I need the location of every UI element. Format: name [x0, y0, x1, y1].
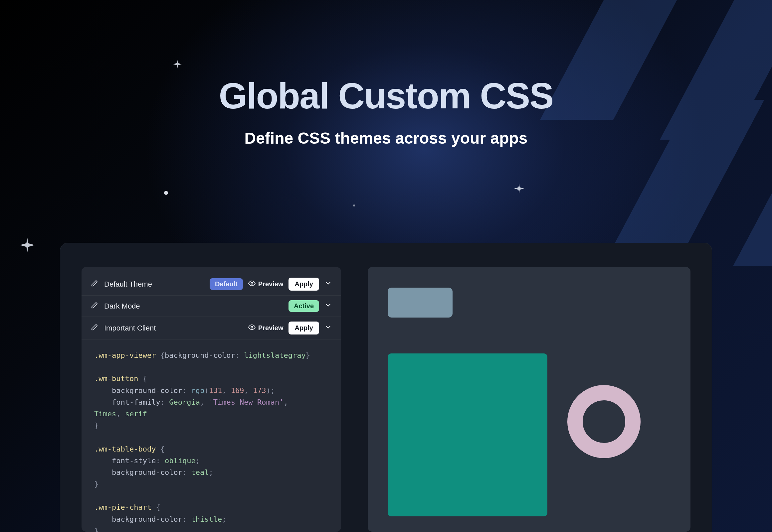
active-badge: Active — [289, 300, 319, 312]
sparkle-icon — [20, 238, 35, 252]
decorative-dot — [353, 204, 355, 206]
apply-button[interactable]: Apply — [289, 322, 319, 334]
pencil-icon[interactable] — [91, 324, 98, 333]
content-card: Default ThemeDefaultPreviewApplyDark Mod… — [60, 243, 712, 532]
theme-name: Default Theme — [104, 280, 152, 289]
theme-row-left: Important Client — [91, 324, 156, 333]
preview-label: Preview — [258, 324, 284, 332]
theme-row-left: Default Theme — [91, 280, 152, 289]
preview-button-swatch — [388, 288, 452, 318]
decorative-dot — [164, 191, 168, 195]
theme-row: Dark ModeActive — [81, 296, 341, 317]
svg-point-0 — [251, 282, 253, 284]
hero: Global Custom CSS Define CSS themes acro… — [0, 76, 772, 147]
svg-point-1 — [251, 326, 253, 328]
theme-row-right: PreviewApply — [248, 322, 332, 334]
theme-manager-panel: Default ThemeDefaultPreviewApplyDark Mod… — [81, 267, 341, 532]
preview-button[interactable]: Preview — [248, 324, 284, 333]
page-subtitle: Define CSS themes across your apps — [0, 129, 772, 147]
sparkle-icon — [514, 184, 524, 194]
sparkle-icon — [173, 60, 182, 68]
chevron-down-icon[interactable] — [324, 324, 332, 333]
css-code-editor[interactable]: .wm-app-viewer {background-color: lights… — [81, 339, 341, 532]
chevron-down-icon[interactable] — [324, 302, 332, 311]
pencil-icon[interactable] — [91, 280, 98, 289]
theme-row: Default ThemeDefaultPreviewApply — [81, 273, 341, 296]
default-badge: Default — [210, 278, 243, 290]
preview-table-swatch — [388, 353, 547, 516]
page-title: Global Custom CSS — [0, 76, 772, 115]
theme-row-right: DefaultPreviewApply — [210, 278, 332, 291]
preview-label: Preview — [258, 280, 284, 288]
eye-icon — [248, 280, 256, 289]
preview-pie-swatch — [567, 385, 641, 458]
theme-row: Important ClientPreviewApply — [81, 317, 341, 339]
chevron-down-icon[interactable] — [324, 280, 332, 289]
pencil-icon[interactable] — [91, 302, 98, 311]
theme-preview-panel — [368, 267, 691, 532]
apply-button[interactable]: Apply — [289, 278, 319, 291]
theme-name: Important Client — [104, 324, 156, 333]
theme-row-left: Dark Mode — [91, 302, 140, 311]
preview-button[interactable]: Preview — [248, 280, 284, 289]
theme-row-right: Active — [289, 300, 332, 312]
theme-name: Dark Mode — [104, 302, 140, 311]
eye-icon — [248, 324, 256, 333]
